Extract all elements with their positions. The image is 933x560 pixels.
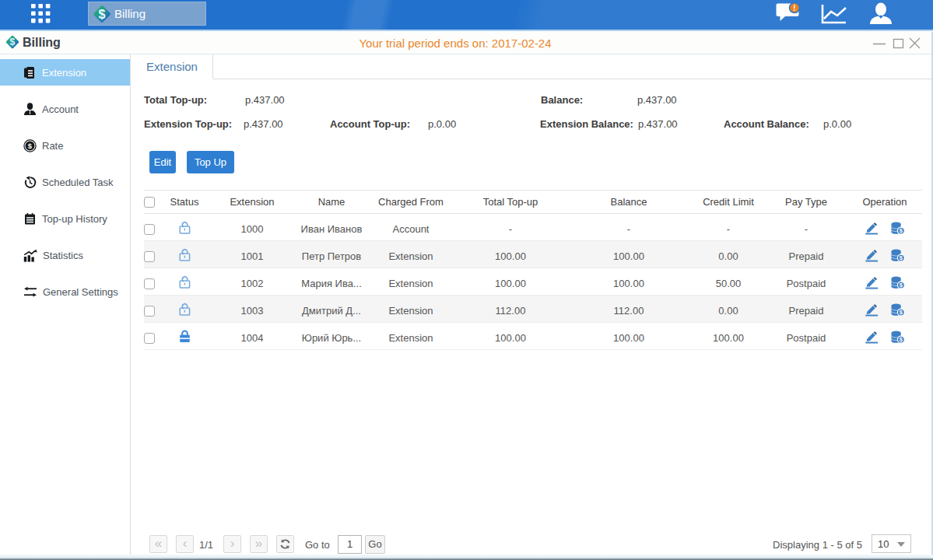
svg-text:$: $ <box>99 7 106 20</box>
svg-text:!: ! <box>793 4 795 12</box>
svg-text:$: $ <box>28 142 33 150</box>
